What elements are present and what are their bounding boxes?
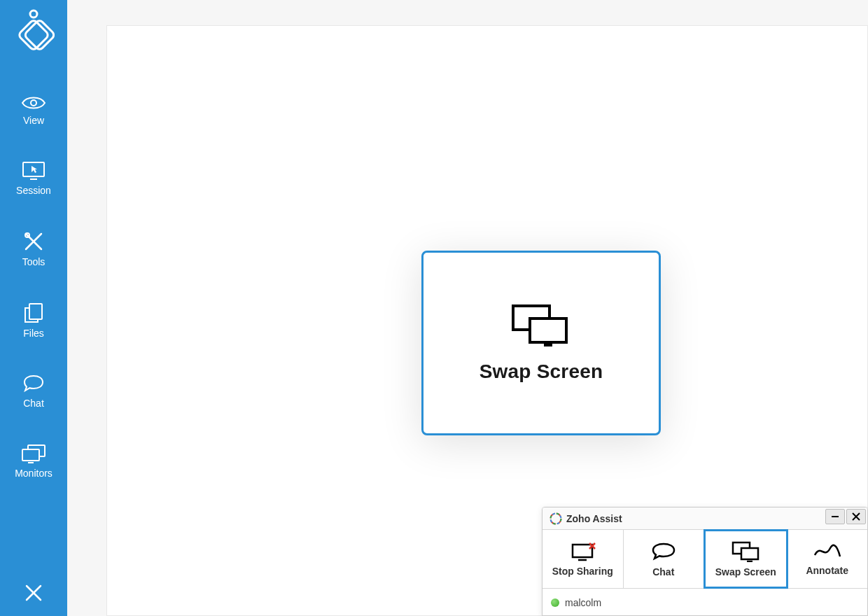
eye-icon bbox=[21, 95, 46, 111]
window-controls bbox=[825, 509, 866, 524]
assist-panel-titlebar[interactable]: Zoho Assist bbox=[542, 507, 867, 530]
sidebar-item-label: Session bbox=[16, 185, 51, 196]
sidebar-item-label: Chat bbox=[23, 398, 44, 409]
swap-screen-icon bbox=[509, 303, 573, 348]
assist-panel-tabs: Stop Sharing Chat Swap Screen bbox=[542, 530, 867, 589]
swap-screen-card-title: Swap Screen bbox=[479, 360, 603, 383]
sidebar-item-label: Files bbox=[23, 328, 44, 339]
stop-sharing-icon bbox=[568, 542, 596, 561]
tools-icon bbox=[23, 231, 44, 252]
zoho-logo-icon bbox=[550, 512, 562, 525]
tab-swap-screen[interactable]: Swap Screen bbox=[704, 529, 788, 589]
sidebar-item-view[interactable]: View bbox=[0, 95, 67, 126]
status-online-icon bbox=[551, 598, 559, 607]
sidebar-item-chat[interactable]: Chat bbox=[0, 374, 67, 409]
tab-chat[interactable]: Chat bbox=[624, 530, 705, 588]
sidebar-item-label: Tools bbox=[22, 256, 46, 267]
close-window-button[interactable] bbox=[846, 509, 866, 524]
minimize-button[interactable] bbox=[825, 509, 845, 524]
app-logo bbox=[13, 8, 55, 53]
swap-screen-icon bbox=[730, 541, 761, 562]
user-name: malcolm bbox=[565, 597, 601, 608]
assist-panel: Zoho Assist bbox=[542, 507, 868, 616]
svg-rect-11 bbox=[22, 449, 39, 461]
monitors-icon bbox=[21, 444, 46, 463]
sidebar-item-label: Monitors bbox=[15, 468, 52, 479]
svg-point-3 bbox=[31, 100, 36, 106]
chat-icon bbox=[650, 541, 678, 562]
svg-point-0 bbox=[30, 10, 37, 18]
svg-rect-16 bbox=[530, 318, 566, 342]
svg-rect-9 bbox=[29, 304, 42, 319]
tab-label: Annotate bbox=[806, 565, 848, 576]
sidebar-item-monitors[interactable]: Monitors bbox=[0, 444, 67, 479]
tab-annotate[interactable]: Annotate bbox=[788, 530, 868, 588]
files-icon bbox=[22, 302, 45, 323]
sidebar-item-tools[interactable]: Tools bbox=[0, 231, 67, 267]
minimize-icon bbox=[831, 512, 839, 521]
swap-screen-card[interactable]: Swap Screen bbox=[421, 251, 661, 435]
chat-icon bbox=[22, 374, 46, 393]
svg-rect-30 bbox=[741, 548, 758, 559]
tab-label: Chat bbox=[652, 566, 674, 578]
assist-panel-title: Zoho Assist bbox=[566, 513, 622, 524]
sidebar-item-files[interactable]: Files bbox=[0, 302, 67, 339]
svg-point-18 bbox=[551, 513, 561, 524]
annotate-icon bbox=[812, 542, 843, 561]
close-button[interactable] bbox=[0, 584, 67, 602]
svg-rect-25 bbox=[573, 545, 592, 557]
tab-stop-sharing[interactable]: Stop Sharing bbox=[542, 530, 624, 588]
tab-label: Swap Screen bbox=[715, 566, 776, 578]
assist-panel-footer: malcolm bbox=[542, 589, 867, 616]
monitor-cursor-icon bbox=[22, 161, 46, 181]
tab-label: Stop Sharing bbox=[552, 566, 613, 577]
sidebar-item-session[interactable]: Session bbox=[0, 161, 67, 196]
sidebar-item-label: View bbox=[23, 115, 44, 126]
close-icon bbox=[852, 512, 860, 521]
sidebar: View Session Tools bbox=[0, 0, 67, 616]
close-icon bbox=[24, 584, 43, 602]
